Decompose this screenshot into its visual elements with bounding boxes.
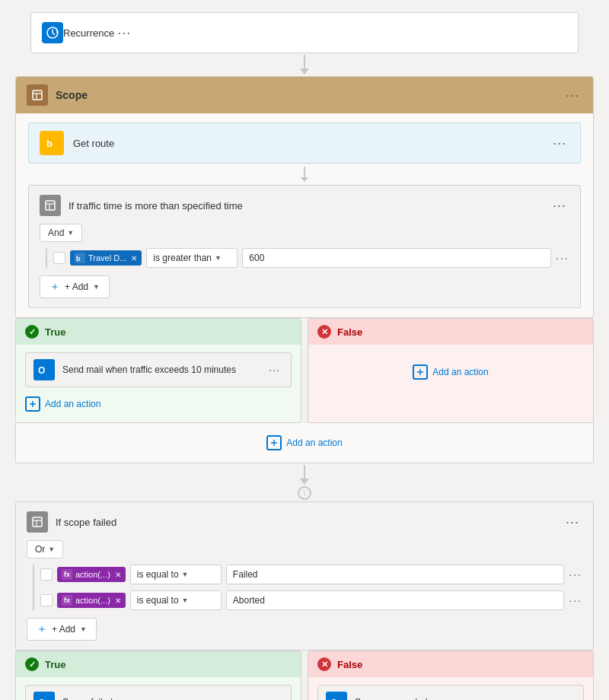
condition-tag-label-failed: action(...): [75, 570, 110, 579]
scope-succeeded-action[interactable]: O Scope succeeded ···: [317, 685, 584, 700]
scope1-add-action-center[interactable]: Add an action: [22, 429, 587, 457]
send-mail-more-button[interactable]: ···: [266, 364, 283, 376]
condition-title-1: If traffic time is more than specified t…: [69, 200, 550, 212]
true-header-1: ✓ True: [16, 319, 301, 345]
false-badge-2: ✕: [317, 657, 331, 671]
add-caret-2: ▼: [80, 625, 87, 633]
true-body-1: O Send mail when traffic exceeds 10 minu…: [16, 345, 301, 422]
info-circle-1[interactable]: i: [298, 486, 311, 500]
bing-icon: b: [40, 131, 64, 155]
svg-text:O: O: [38, 365, 45, 376]
condition-more-button-1[interactable]: ···: [550, 198, 569, 214]
condition-tag-failed[interactable]: fx action(...) ✕: [57, 567, 126, 582]
send-mail-title: Send mail when traffic exceeds 10 minute…: [62, 364, 258, 375]
scope-failed-action[interactable]: O Scope failed ···: [25, 685, 292, 700]
condition-rows-1: b Travel D... ✕ is greater than ▼ 600 ··…: [46, 248, 569, 268]
condition-rows-2: fx action(...) ✕ is equal to ▼ Failed ··…: [33, 565, 582, 610]
true-label-2: True: [45, 659, 65, 670]
add-action-icon-3: [266, 435, 282, 450]
true-label-1: True: [45, 326, 65, 338]
add-action-icon-1: [25, 396, 40, 412]
tag-close-failed[interactable]: ✕: [115, 571, 121, 579]
condition-tag-1[interactable]: b Travel D... ✕: [70, 250, 142, 266]
condition-checkbox-failed[interactable]: [40, 568, 53, 581]
scope-succeeded-action-more[interactable]: ···: [558, 696, 576, 700]
condition-row-1: b Travel D... ✕ is greater than ▼ 600 ··…: [53, 248, 569, 268]
tag-close-aborted[interactable]: ✕: [115, 597, 121, 605]
condition-row-failed: fx action(...) ✕ is equal to ▼ Failed ··…: [40, 565, 582, 584]
condition-row-more-failed[interactable]: ···: [569, 568, 582, 581]
fx-tag-icon-2: fx: [62, 595, 72, 606]
condition-tag-aborted[interactable]: fx action(...) ✕: [57, 593, 126, 608]
logic-or-dropdown[interactable]: Or ▼: [27, 540, 63, 558]
svg-text:b: b: [46, 138, 53, 149]
outlook-icon-2: O: [33, 692, 55, 700]
connector-2: i: [12, 465, 597, 500]
recurrence-more-button[interactable]: ···: [114, 25, 134, 41]
condition-row-aborted: fx action(...) ✕ is equal to ▼ Aborted ·…: [40, 590, 582, 610]
recurrence-card[interactable]: Recurrence ···: [30, 12, 579, 53]
false-body-1: Add an action: [308, 345, 593, 399]
branch-row-1: ✓ True O Send mail when traffic exceeds …: [15, 318, 594, 423]
scope-failed-more-button[interactable]: ···: [563, 514, 582, 530]
false-panel-1: ✕ False Add an action: [308, 318, 594, 423]
recurrence-icon: [42, 22, 63, 43]
false-body-2: O Scope succeeded ··· Add an action: [308, 677, 593, 700]
condition-header-1[interactable]: If traffic time is more than specified t…: [40, 195, 569, 216]
flow-canvas: Recurrence ··· Scope ··· b: [12, 12, 597, 700]
false-panel-2: ✕ False O Scope succeeded ···: [308, 651, 594, 700]
scope-more-button-1[interactable]: ···: [563, 88, 582, 103]
false-header-1: ✕ False: [308, 319, 593, 345]
add-caret-1: ▼: [93, 283, 100, 291]
scope-failed-block: If scope failed ··· Or ▼ fx action(...) …: [15, 501, 594, 651]
true-panel-2: ✓ True O Scope failed ···: [15, 651, 301, 700]
tag-close-1[interactable]: ✕: [131, 254, 137, 262]
true-header-2: ✓ True: [16, 651, 301, 677]
condition-value-aborted[interactable]: Aborted: [226, 590, 564, 610]
condition-operator-failed[interactable]: is equal to ▼: [130, 565, 222, 584]
get-route-card[interactable]: b Get route ···: [28, 123, 581, 164]
condition-value-failed[interactable]: Failed: [226, 565, 564, 584]
branch-row-2: ✓ True O Scope failed ···: [15, 651, 594, 700]
condition-icon-1: [40, 195, 61, 216]
fx-tag-icon-1: fx: [62, 569, 72, 580]
get-route-title: Get route: [73, 138, 550, 149]
true-panel-1: ✓ True O Send mail when traffic exceeds …: [15, 318, 301, 423]
get-route-more-button[interactable]: ···: [550, 135, 569, 151]
outlook-icon-3: O: [326, 692, 347, 700]
condition-add-button-1[interactable]: ＋ + Add ▼: [40, 275, 110, 298]
scope-body-1: b Get route ···: [16, 113, 593, 317]
false-badge-1: ✕: [317, 325, 331, 339]
plus-icon-2: ＋: [37, 622, 47, 636]
false-add-action-1[interactable]: Add an action: [317, 352, 584, 392]
add-action-icon-2: [413, 364, 428, 380]
condition-row-more-aborted[interactable]: ···: [569, 594, 582, 606]
condition-block-1: If traffic time is more than specified t…: [28, 185, 581, 308]
scope-failed-header[interactable]: If scope failed ···: [27, 511, 582, 533]
true-badge-2: ✓: [25, 657, 39, 671]
svg-text:b: b: [76, 255, 81, 262]
scope-failed-icon: [27, 511, 48, 533]
outlook-icon-1: O: [33, 359, 55, 380]
scope-succeeded-action-title: Scope succeeded: [355, 697, 550, 700]
condition-checkbox-1[interactable]: [53, 252, 65, 264]
true-body-2: O Scope failed ··· Add an action: [16, 677, 301, 700]
send-mail-action[interactable]: O Send mail when traffic exceeds 10 minu…: [25, 352, 292, 387]
condition-value-1[interactable]: 600: [242, 248, 551, 268]
condition-operator-aborted[interactable]: is equal to ▼: [130, 590, 222, 610]
condition-add-button-2[interactable]: ＋ + Add ▼: [27, 618, 97, 641]
condition-checkbox-aborted[interactable]: [40, 594, 53, 606]
logic-and-dropdown[interactable]: And ▼: [40, 224, 82, 242]
svg-rect-1: [33, 91, 42, 100]
false-header-2: ✕ False: [308, 651, 593, 677]
caret-icon: ▼: [67, 229, 74, 237]
true-add-action-1[interactable]: Add an action: [25, 393, 292, 415]
recurrence-title: Recurrence: [63, 27, 114, 39]
scope-header-1[interactable]: Scope ···: [16, 77, 593, 113]
scope-failed-title: If scope failed: [56, 517, 563, 528]
condition-operator-1[interactable]: is greater than ▼: [146, 248, 238, 268]
operator-caret-1: ▼: [215, 254, 222, 262]
scope-title-1: Scope: [56, 89, 563, 101]
condition-row-more-1[interactable]: ···: [556, 252, 569, 264]
scope-failed-action-more[interactable]: ···: [266, 696, 283, 700]
